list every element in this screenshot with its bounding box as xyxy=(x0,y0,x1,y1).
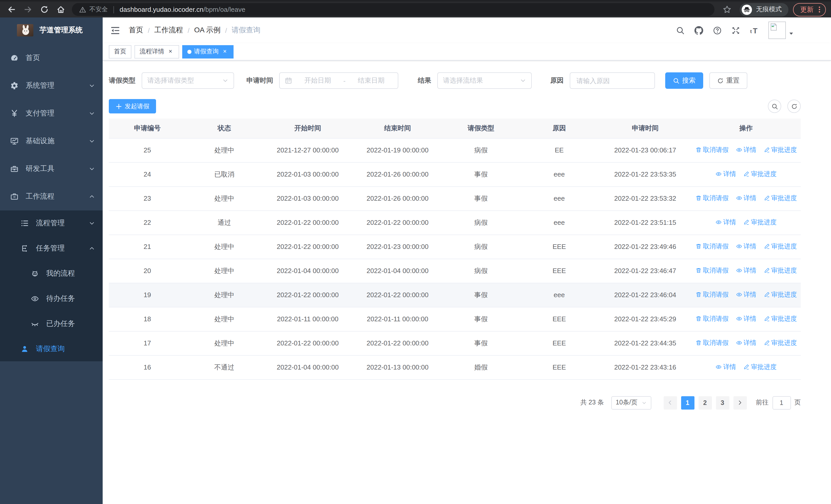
breadcrumb-item[interactable]: OA 示例 xyxy=(194,26,221,35)
toolbox-icon xyxy=(10,165,19,173)
reset-button[interactable]: 重置 xyxy=(709,72,747,89)
sidebar-item-支付管理[interactable]: 支付管理 xyxy=(0,99,103,127)
tab-首页[interactable]: 首页 xyxy=(109,45,132,58)
cancel-action-link[interactable]: 取消请假 xyxy=(695,266,728,275)
progress-action-link[interactable]: 审批进度 xyxy=(743,218,777,227)
detail-action-link[interactable]: 详情 xyxy=(736,315,756,323)
page-button-1[interactable]: 1 xyxy=(681,396,694,409)
user-avatar-menu[interactable] xyxy=(768,22,794,39)
breadcrumb-item[interactable]: 首页 xyxy=(129,26,143,35)
progress-action-link[interactable]: 审批进度 xyxy=(764,194,797,203)
cancel-action-link[interactable]: 取消请假 xyxy=(695,242,728,251)
eye-icon xyxy=(736,340,742,346)
leave-type-select[interactable]: 请选择请假类型 xyxy=(142,72,234,89)
sidebar-item-研发工具[interactable]: 研发工具 xyxy=(0,155,103,183)
filter-label-result: 结果 xyxy=(418,76,431,85)
reason-input[interactable] xyxy=(570,72,655,89)
pen-icon xyxy=(764,340,770,346)
app-logo[interactable]: 芋道管理系统 xyxy=(0,18,103,43)
cancel-action-link[interactable]: 取消请假 xyxy=(695,194,728,203)
goto-label: 前往 xyxy=(756,398,769,407)
search-button[interactable]: 搜索 xyxy=(665,72,703,89)
detail-action-link[interactable]: 详情 xyxy=(736,339,756,348)
action-label: 详情 xyxy=(723,218,736,227)
cell-end: 2022-01-11 00:00:00 xyxy=(353,307,442,331)
browser-back-button[interactable] xyxy=(5,3,18,16)
progress-action-link[interactable]: 审批进度 xyxy=(764,339,797,348)
progress-action-link[interactable]: 审批进度 xyxy=(743,363,777,372)
cell-id: 20 xyxy=(109,259,186,283)
apply-time-range-picker[interactable]: 开始日期 - 结束日期 xyxy=(279,72,398,89)
tab-close-icon[interactable]: × xyxy=(167,48,174,55)
cell-actions: 取消请假详情审批进度 xyxy=(691,138,801,162)
tab-流程详情[interactable]: 流程详情× xyxy=(135,45,179,58)
detail-action-link[interactable]: 详情 xyxy=(736,266,756,275)
progress-action-link[interactable]: 审批进度 xyxy=(764,315,797,323)
goto-page-input[interactable] xyxy=(772,396,791,409)
detail-action-link[interactable]: 详情 xyxy=(736,146,756,154)
browser-forward-button[interactable] xyxy=(22,3,34,16)
bookmark-button[interactable] xyxy=(721,3,733,16)
address-bar[interactable]: 不安全 dashboard.yudao.iocoder.cn/bpm/oa/le… xyxy=(72,3,715,16)
browser-update-button[interactable]: 更新 xyxy=(793,3,826,16)
cell-status: 处理中 xyxy=(186,186,263,210)
tab-close-icon[interactable]: × xyxy=(221,48,228,55)
action-label: 审批进度 xyxy=(771,291,797,299)
breadcrumb-item[interactable]: 工作流程 xyxy=(154,26,183,35)
progress-action-link[interactable]: 审批进度 xyxy=(743,170,777,179)
refresh-icon xyxy=(717,77,724,84)
prev-page-button[interactable] xyxy=(663,396,677,409)
sidebar-item-待办任务[interactable]: 待办任务 xyxy=(0,286,103,311)
next-page-button[interactable] xyxy=(733,396,747,409)
sidebar-item-首页[interactable]: 首页 xyxy=(0,44,103,72)
detail-action-link[interactable]: 详情 xyxy=(736,194,756,203)
cancel-action-link[interactable]: 取消请假 xyxy=(695,315,728,323)
cancel-action-link[interactable]: 取消请假 xyxy=(695,291,728,299)
sidebar-item-请假查询[interactable]: 请假查询 xyxy=(0,336,103,361)
cell-id: 17 xyxy=(109,331,186,355)
sidebar-item-流程管理[interactable]: 流程管理 xyxy=(0,210,103,236)
sidebar-item-系统管理[interactable]: 系统管理 xyxy=(0,72,103,99)
detail-action-link[interactable]: 详情 xyxy=(716,363,736,372)
progress-action-link[interactable]: 审批进度 xyxy=(764,242,797,251)
chevron-down-icon xyxy=(89,110,95,117)
tab-请假查询[interactable]: 请假查询× xyxy=(182,45,233,58)
page-button-2[interactable]: 2 xyxy=(698,396,712,409)
browser-menu-dots-icon[interactable] xyxy=(815,6,823,13)
pen-icon xyxy=(764,268,770,274)
font-size-icon[interactable]: tT xyxy=(750,26,758,35)
sidebar-item-任务管理[interactable]: 任务管理 xyxy=(0,236,103,261)
page-size-select[interactable]: 10条/页 xyxy=(611,396,651,409)
refresh-table-button[interactable] xyxy=(787,99,801,113)
header-search-icon[interactable] xyxy=(676,26,685,35)
cell-start: 2022-01-22 00:00:00 xyxy=(263,210,353,235)
browser-reload-button[interactable] xyxy=(38,3,50,16)
page-button-3[interactable]: 3 xyxy=(716,396,729,409)
progress-action-link[interactable]: 审批进度 xyxy=(764,291,797,299)
help-icon[interactable] xyxy=(713,26,722,35)
github-icon[interactable] xyxy=(694,26,703,35)
url-path: /bpm/oa/leave xyxy=(203,6,245,13)
result-select[interactable]: 请选择流结果 xyxy=(437,72,532,89)
sidebar-item-我的流程[interactable]: 我的流程 xyxy=(0,261,103,286)
browser-home-button[interactable] xyxy=(54,3,67,16)
action-label: 详情 xyxy=(723,170,736,179)
sidebar-item-已办任务[interactable]: 已办任务 xyxy=(0,311,103,336)
detail-action-link[interactable]: 详情 xyxy=(716,170,736,179)
toggle-search-button[interactable] xyxy=(768,99,781,113)
detail-action-link[interactable]: 详情 xyxy=(736,291,756,299)
sidebar-item-工作流程[interactable]: 工作流程 xyxy=(0,183,103,210)
fullscreen-icon[interactable] xyxy=(732,26,740,35)
detail-action-link[interactable]: 详情 xyxy=(716,218,736,227)
create-leave-button[interactable]: 发起请假 xyxy=(109,99,156,113)
cancel-action-link[interactable]: 取消请假 xyxy=(695,146,728,154)
progress-action-link[interactable]: 审批进度 xyxy=(764,146,797,154)
progress-action-link[interactable]: 审批进度 xyxy=(764,266,797,275)
cancel-action-link[interactable]: 取消请假 xyxy=(695,339,728,348)
sidebar-item-基础设施[interactable]: 基础设施 xyxy=(0,127,103,155)
table-row: 23处理中2022-01-03 00:00:002022-01-26 00:00… xyxy=(109,186,801,210)
sidebar-collapse-icon[interactable] xyxy=(110,25,120,35)
action-label: 取消请假 xyxy=(703,194,728,203)
cell-start: 2021-12-27 00:00:00 xyxy=(263,138,353,162)
detail-action-link[interactable]: 详情 xyxy=(736,242,756,251)
